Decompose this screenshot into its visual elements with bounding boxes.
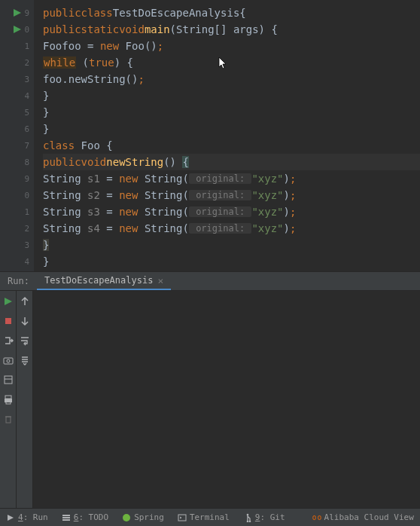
svg-marker-2 — [5, 298, 12, 305]
line-number: 4 — [0, 253, 34, 270]
semi: ; — [157, 40, 163, 52]
string: "xyz" — [251, 206, 283, 218]
semi: ; — [290, 189, 296, 201]
svg-point-21 — [249, 520, 251, 521]
svg-point-19 — [247, 513, 249, 515]
scroll-end-icon[interactable] — [19, 354, 31, 366]
status-git-button[interactable]: 9: Git — [243, 512, 285, 522]
status-spring-button[interactable]: Spring — [122, 512, 164, 522]
svg-rect-3 — [5, 318, 11, 324]
keyword: class — [81, 7, 113, 19]
up-arrow-icon[interactable] — [19, 295, 31, 307]
run-tabs-bar: Run: TestDoEscapeAnalysis × — [0, 271, 420, 291]
call: String( — [138, 206, 188, 218]
type: String — [43, 173, 87, 185]
exit-icon[interactable] — [2, 335, 14, 347]
svg-marker-13 — [8, 515, 14, 521]
soft-wrap-icon[interactable] — [19, 335, 31, 347]
line-number: 6 — [0, 121, 34, 137]
svg-rect-23 — [318, 515, 320, 519]
run-panel-label: Run: — [0, 276, 37, 286]
stop-icon[interactable] — [2, 315, 14, 327]
run-class-icon[interactable] — [14, 5, 29, 21]
svg-rect-11 — [6, 417, 11, 423]
run-method-icon[interactable] — [14, 21, 29, 38]
svg-rect-14 — [62, 515, 70, 516]
line-number: 2 — [0, 220, 34, 237]
down-arrow-icon[interactable] — [19, 315, 31, 327]
tab-title: TestDoEscapeAnalysis — [44, 275, 154, 286]
line-number: 3 — [0, 237, 34, 253]
code-content[interactable]: public class TestDoEscapeAnalysis { publ… — [34, 0, 420, 271]
layout-icon[interactable] — [2, 374, 14, 386]
semi: ; — [290, 173, 296, 185]
variable: s2 — [87, 189, 100, 201]
keyword: public — [43, 7, 81, 19]
line-number: 2 — [0, 54, 34, 71]
run-toolbar-primary — [0, 291, 17, 508]
line-number: 1 — [0, 203, 34, 220]
variable: s1 — [87, 173, 100, 185]
paren: ) — [284, 206, 290, 218]
op: = — [100, 173, 119, 185]
method-name: main — [145, 23, 170, 35]
rerun-icon[interactable] — [2, 295, 14, 307]
variable: foo — [62, 40, 81, 52]
type: String — [43, 189, 87, 201]
svg-point-17 — [123, 514, 130, 521]
type: String — [43, 206, 87, 218]
line-number: 8 — [0, 154, 34, 170]
run-console-panel — [0, 291, 420, 508]
keyword-while: while — [43, 57, 76, 69]
semi: ; — [290, 222, 296, 234]
run-toolbar-secondary — [17, 291, 33, 508]
param-hint: original: — [189, 206, 251, 217]
paren: ) — [284, 189, 290, 201]
status-bar: 4: Run 6: TODO Spring Terminal 9: Git Al… — [0, 508, 420, 526]
keyword: new — [119, 206, 138, 218]
run-config-tab[interactable]: TestDoEscapeAnalysis × — [37, 272, 171, 290]
svg-rect-16 — [62, 519, 70, 521]
svg-marker-0 — [14, 9, 21, 17]
brace: } — [43, 255, 49, 268]
string: "xyz" — [251, 189, 283, 201]
line-number: 0 — [0, 187, 34, 203]
param-hint: original: — [189, 223, 251, 234]
close-tab-icon[interactable]: × — [157, 275, 163, 286]
brace-match: { — [182, 156, 188, 168]
literal: true — [89, 57, 114, 69]
brace: } — [43, 123, 49, 135]
svg-rect-22 — [312, 515, 315, 519]
line-number-gutter: 9 0 1 2 3 4 5 6 7 8 9 0 1 2 3 4 — [0, 0, 34, 271]
status-run-button[interactable]: 4: Run — [6, 512, 48, 522]
line-number: 1 — [0, 38, 34, 54]
status-todo-button[interactable]: 6: TODO — [62, 512, 108, 522]
class-name: Foo { — [75, 139, 113, 151]
op: = — [81, 40, 100, 52]
keyword: public — [43, 156, 81, 168]
variable: s3 — [87, 206, 100, 218]
param-hint: original: — [189, 173, 251, 184]
brace: } — [43, 106, 49, 118]
brace: { — [239, 7, 245, 19]
trash-icon[interactable] — [2, 413, 14, 425]
semi: ; — [290, 206, 296, 218]
code-editor[interactable]: 9 0 1 2 3 4 5 6 7 8 9 0 1 2 3 4 public c… — [0, 0, 420, 271]
status-alibaba-button[interactable]: Alibaba Cloud View — [312, 512, 414, 522]
type: Foo — [43, 40, 62, 52]
console-output[interactable] — [33, 291, 420, 508]
status-terminal-button[interactable]: Terminal — [178, 512, 230, 522]
paren: ) — [284, 173, 290, 185]
svg-rect-4 — [4, 358, 13, 364]
svg-marker-1 — [14, 26, 21, 33]
paren: ( — [76, 57, 89, 69]
variable: s4 — [87, 222, 100, 234]
line-number: 7 — [0, 137, 34, 154]
print-icon[interactable] — [2, 393, 14, 405]
call: String( — [138, 222, 188, 234]
svg-point-20 — [247, 520, 249, 521]
string: "xyz" — [251, 222, 283, 234]
line-number: 4 — [0, 87, 34, 104]
camera-icon[interactable] — [2, 354, 14, 366]
line-number: 5 — [0, 104, 34, 121]
